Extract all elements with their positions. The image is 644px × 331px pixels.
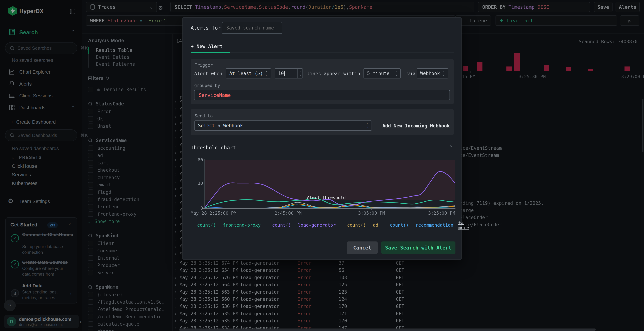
row-expand-icon[interactable]: › (174, 164, 177, 170)
row-expand-icon[interactable]: › (174, 229, 177, 235)
search-icon[interactable] (88, 233, 93, 238)
condition-select[interactable]: At least (≥)⌃⌄ (226, 68, 271, 78)
add-webhook-button[interactable]: Add New Incoming Webhook (382, 123, 450, 128)
filter-option[interactable]: Consumer (88, 247, 172, 254)
checkbox[interactable] (88, 145, 94, 151)
row-expand-icon[interactable]: › (174, 135, 177, 141)
sidebar-item-alerts[interactable]: Alerts (19, 81, 32, 87)
checkbox[interactable] (88, 167, 94, 173)
legend-item[interactable]: count()·frontend-proxy (191, 223, 261, 228)
row-expand-icon[interactable]: › (174, 311, 177, 316)
row-expand-icon[interactable]: › (174, 114, 177, 119)
checkbox[interactable] (88, 307, 94, 312)
row-expand-icon[interactable]: › (174, 208, 177, 213)
filter-option[interactable]: Client (88, 240, 172, 247)
saved-dashboards-input[interactable]: ⌘K (5, 129, 77, 141)
cancel-button[interactable]: Cancel (347, 242, 378, 254)
source-select[interactable]: Traces ⌄ (86, 2, 157, 12)
help-button[interactable]: ? (4, 300, 16, 311)
save-button[interactable]: Save (594, 2, 612, 12)
checkbox[interactable] (88, 270, 94, 275)
checkbox[interactable] (88, 263, 94, 268)
table-row[interactable]: ›May 28 3:25:12.654 PMload-generatorErro… (173, 267, 640, 274)
filter-option[interactable]: cart (88, 159, 172, 166)
legend-item[interactable]: count()·load-generator (266, 223, 336, 228)
sidebar-item-team-settings[interactable]: Team Settings (19, 199, 50, 204)
vertical-scrollbar[interactable] (642, 98, 644, 331)
row-expand-icon[interactable]: › (174, 157, 177, 162)
row-expand-icon[interactable]: › (174, 289, 177, 295)
filter-option[interactable]: Producer (88, 262, 172, 269)
row-expand-icon[interactable]: › (174, 172, 177, 177)
sidebar-item-search[interactable]: Search (19, 29, 38, 36)
checkbox[interactable] (88, 329, 94, 331)
filter-option[interactable]: currency (88, 174, 172, 181)
save-search-with-alert-button[interactable]: Save Search with Alert (381, 242, 456, 254)
saved-dashboards-field[interactable] (17, 132, 78, 138)
table-row[interactable]: ›May 28 3:25:12.560 PMload-generatorErro… (173, 296, 640, 303)
threshold-collapse-chevron-icon[interactable]: ⌃ (449, 144, 452, 150)
checkbox[interactable] (88, 123, 94, 129)
user-menu-chevron-icon[interactable]: › (80, 318, 82, 325)
presets-header[interactable]: PRESETS (19, 155, 42, 160)
play-button[interactable]: ▷ (620, 15, 639, 26)
row-expand-icon[interactable]: › (174, 201, 177, 206)
filter-option[interactable]: Internal (88, 254, 172, 262)
row-expand-icon[interactable]: › (174, 186, 177, 191)
denoise-toggle[interactable]: ◍ Denoise Results (88, 86, 172, 93)
dashboards-collapse-chevron-icon[interactable]: ⌃ (71, 105, 76, 111)
channel-select[interactable]: Webhook⌃⌄ (417, 68, 448, 78)
sidebar-item-dashboards[interactable]: Dashboards (19, 105, 46, 111)
preset-kubernetes[interactable]: Kubernetes (12, 181, 38, 186)
threshold-chart[interactable] (205, 160, 455, 208)
row-expand-icon[interactable]: › (174, 215, 177, 220)
checkbox[interactable] (88, 314, 94, 319)
row-expand-icon[interactable]: › (174, 282, 177, 287)
row-expand-icon[interactable]: › (174, 106, 177, 112)
table-row[interactable]: ›May 28 3:25:12.535 PMload-generatorErro… (173, 310, 640, 317)
checkbox[interactable] (88, 197, 94, 202)
tab-new-alert[interactable]: + New Alert (191, 44, 223, 49)
sql-select-input[interactable]: SELECT Timestamp,ServiceName,StatusCode,… (170, 2, 474, 12)
webhook-select[interactable]: Select a Webhook⌃⌄ (194, 120, 372, 131)
row-expand-icon[interactable]: › (174, 251, 177, 256)
show-more-button[interactable]: ⌄Show more (88, 218, 172, 225)
scrollbar-thumb[interactable] (642, 99, 644, 152)
checkbox[interactable] (88, 204, 94, 209)
search-collapse-chevron-icon[interactable]: ⌃ (71, 29, 76, 35)
saved-search-name-field[interactable] (226, 25, 278, 31)
row-expand-icon[interactable]: › (174, 179, 177, 184)
row-expand-icon[interactable]: › (174, 275, 177, 280)
table-row[interactable]: ›May 28 3:25:12.535 PMload-generatorErro… (173, 317, 640, 325)
sidebar-item-client-sessions[interactable]: Client Sessions (19, 93, 52, 99)
analysis-mode-tab[interactable]: Event Deltas (88, 54, 172, 61)
filter-option[interactable]: email (88, 181, 172, 188)
filter-option[interactable]: checkout (88, 166, 172, 174)
legend-item[interactable]: count()·recommendation (383, 223, 453, 228)
sidebar-collapse-icon[interactable] (70, 8, 76, 15)
row-expand-icon[interactable]: › (174, 244, 177, 249)
saved-search-name-input[interactable] (222, 22, 282, 34)
checkbox[interactable] (88, 248, 94, 253)
number-spinner[interactable]: ⌃⌄ (298, 69, 302, 78)
checkbox[interactable] (88, 211, 94, 217)
filter-option[interactable]: /oteldemo.ProductCatalo… (88, 306, 172, 313)
row-expand-icon[interactable]: › (174, 237, 177, 242)
checkbox[interactable] (88, 87, 94, 92)
filter-option[interactable]: /oteldemo.Recommendatio… (88, 313, 172, 320)
legend-item[interactable]: count()·ad (340, 223, 378, 228)
search-icon[interactable] (88, 285, 93, 289)
filter-option[interactable]: frontend (88, 203, 172, 210)
sql-orderby-input[interactable]: ORDER BY Timestamp DESC (478, 2, 590, 12)
checkbox[interactable] (88, 299, 94, 305)
user-menu[interactable]: D demos@clickhouse.com demos@clickhouse.… (4, 315, 79, 328)
search-icon[interactable] (88, 101, 93, 106)
filter-option[interactable]: change (88, 328, 172, 331)
row-expand-icon[interactable]: › (174, 150, 177, 155)
search-icon[interactable] (88, 138, 93, 143)
row-expand-icon[interactable]: › (174, 121, 177, 126)
get-started-collapse-chevron-icon[interactable]: ⌃ (68, 222, 72, 228)
legend-more-button[interactable]: +3 more (458, 220, 469, 230)
create-dashboard-button[interactable]: + Create Dashboard (11, 119, 56, 125)
checkbox[interactable] (88, 182, 94, 187)
